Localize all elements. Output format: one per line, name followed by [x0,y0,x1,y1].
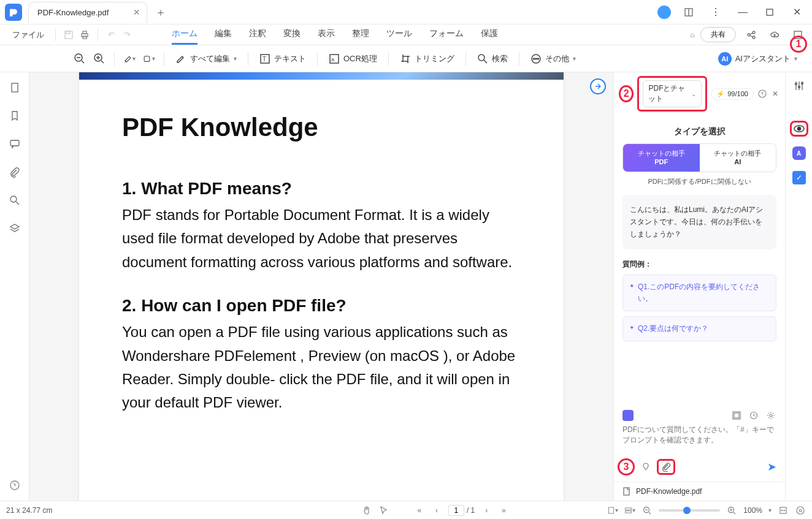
kebab-menu-icon[interactable]: ⋮ [707,3,725,21]
ai-mode-select[interactable]: PDFとチャット ⌄ [643,80,702,107]
history-icon[interactable] [748,410,759,421]
ai-app-icon[interactable] [622,410,634,421]
trim-tool[interactable]: トリミング [397,51,457,67]
save-icon[interactable] [61,27,77,43]
svg-point-34 [10,196,17,202]
close-tab-icon[interactable]: ✕ [133,7,140,17]
hint-bulb-icon[interactable] [641,462,651,472]
zoom-in-status-icon[interactable] [726,505,737,516]
thumbnails-icon[interactable] [8,81,21,94]
translate-icon[interactable]: A [792,146,806,161]
more-tool[interactable]: その他▾ [528,51,578,67]
ai-greeting: こんにちは、私はLumi。あなたのAIアシスタントです。今日は、何のお手伝いをし… [622,195,776,249]
sliders-icon[interactable] [792,78,806,93]
window-detach-icon[interactable] [680,3,698,21]
attach-file-icon[interactable] [661,462,671,472]
tab-protect[interactable]: 保護 [481,25,498,45]
tab-annotate[interactable]: 注釈 [249,25,266,45]
view-mode-2-icon[interactable]: ▾ [624,505,635,516]
share-link-icon[interactable] [743,27,759,43]
document-tab[interactable]: PDF-Knowledge.pdf ✕ [28,2,147,23]
lightbulb-icon[interactable]: ☼ [684,27,700,43]
next-page-icon[interactable]: › [481,505,492,516]
search-tool[interactable]: 検索 [475,51,510,67]
hand-tool-icon[interactable] [361,505,372,516]
pdf-page: PDF Knowledge 1. What PDF means? PDF sta… [79,72,564,501]
svg-line-56 [649,512,651,514]
tab-convert[interactable]: 変換 [283,25,301,45]
file-menu[interactable]: ファイル [6,29,50,40]
attachment-icon[interactable] [8,165,21,179]
ai-close-icon[interactable]: ✕ [771,88,780,99]
svg-point-26 [478,55,485,61]
fit-width-icon[interactable] [778,505,789,516]
minimize-icon[interactable]: — [733,3,752,21]
zoom-out-icon[interactable] [74,53,86,65]
tab-view[interactable]: 表示 [318,25,335,45]
page-input[interactable] [448,505,464,516]
ai-example-q1[interactable]: ✦ Q1.このPDFの内容を要約してください。 [622,275,776,311]
layers-icon[interactable] [8,222,21,235]
select-tool-icon[interactable] [378,505,389,516]
first-page-icon[interactable]: « [414,505,425,516]
attached-file-row[interactable]: PDF-Knowledge.pdf [614,482,785,501]
tab-home[interactable]: ホーム [172,25,197,45]
zoom-in-icon[interactable] [93,53,105,65]
edit-all-label: すべて編集 [190,53,230,64]
shape-icon[interactable]: ▾ [143,53,155,65]
ai-example-q2[interactable]: ✦ Q2.要点は何ですか？ [622,316,776,341]
ai-type-pdf[interactable]: チャットの相手 PDF [623,144,700,172]
expand-icon[interactable] [731,410,742,421]
last-page-icon[interactable]: » [498,505,509,516]
checkmark-badge-icon[interactable]: ✓ [792,170,806,185]
comment-icon[interactable] [8,137,21,151]
maximize-icon[interactable] [760,3,779,21]
text-tool[interactable]: T テキスト [257,51,308,67]
ai-eye-icon[interactable] [792,121,806,136]
ai-input-footer: 3 ➤ [614,458,785,482]
svg-line-16 [82,61,84,63]
ai-panel: 2 PDFとチャット ⌄ ⚡ 99/100 ✕ タイプを選択 チャットの相手 P… [613,72,785,501]
view-mode-1-icon[interactable]: ▾ [607,505,618,516]
annotation-box-3 [657,459,675,475]
print-icon[interactable] [77,27,93,43]
cloud-upload-icon[interactable] [767,27,783,43]
svg-rect-7 [83,36,86,39]
zoom-slider[interactable] [659,509,720,512]
svg-rect-32 [12,83,18,92]
toolbar: ▾ ▾ すべて編集▾ T テキスト A OCR処理 トリミング 検索 その他▾ … [0,45,812,72]
ocr-tool[interactable]: A OCR処理 [326,51,380,67]
ai-prompt-textarea[interactable] [622,425,776,452]
ai-mode-label: PDFとチャット [648,83,689,104]
edit-all-tool[interactable]: すべて編集▾ [173,51,239,67]
token-count-badge[interactable]: ⚡ 99/100 [711,88,754,100]
document-viewport[interactable]: PDF Knowledge 1. What PDF means? PDF sta… [29,72,613,501]
undo-icon[interactable]: ↶ [103,27,119,43]
help-icon[interactable] [8,479,21,492]
tab-form[interactable]: フォーム [429,25,464,45]
close-window-icon[interactable]: ✕ [787,3,806,21]
bookmark-icon[interactable] [8,109,21,123]
ai-type-note: PDFに関係する/PDFに関係しない [622,177,776,186]
reading-mode-icon[interactable] [795,505,806,516]
ai-type-ai[interactable]: チャットの相手 AI [700,144,776,172]
ai-badge-icon: AI [718,52,732,66]
settings-icon[interactable] [765,410,776,421]
search-sidebar-icon[interactable] [8,194,21,207]
tab-edit[interactable]: 編集 [215,25,232,45]
highlight-icon[interactable]: ▾ [123,53,136,65]
redo-icon[interactable]: ↷ [119,27,135,43]
share-button[interactable]: 共有 [700,27,736,42]
svg-point-63 [799,509,802,512]
zoom-percent[interactable]: 100% [743,506,762,515]
tab-tools[interactable]: ツール [386,25,412,45]
new-tab-button[interactable]: ＋ [152,4,169,21]
statusbar: 21 x 24.77 cm « ‹ / 1 › » ▾ ▾ 100%▾ [0,501,812,519]
send-icon[interactable]: ➤ [767,460,776,474]
ai-help-icon[interactable] [757,88,767,99]
zoom-out-status-icon[interactable] [642,505,653,516]
account-avatar-icon[interactable] [657,6,671,19]
tab-title: PDF-Knowledge.pdf [37,8,109,17]
prev-page-icon[interactable]: ‹ [431,505,442,516]
tab-organize[interactable]: 整理 [352,25,369,45]
